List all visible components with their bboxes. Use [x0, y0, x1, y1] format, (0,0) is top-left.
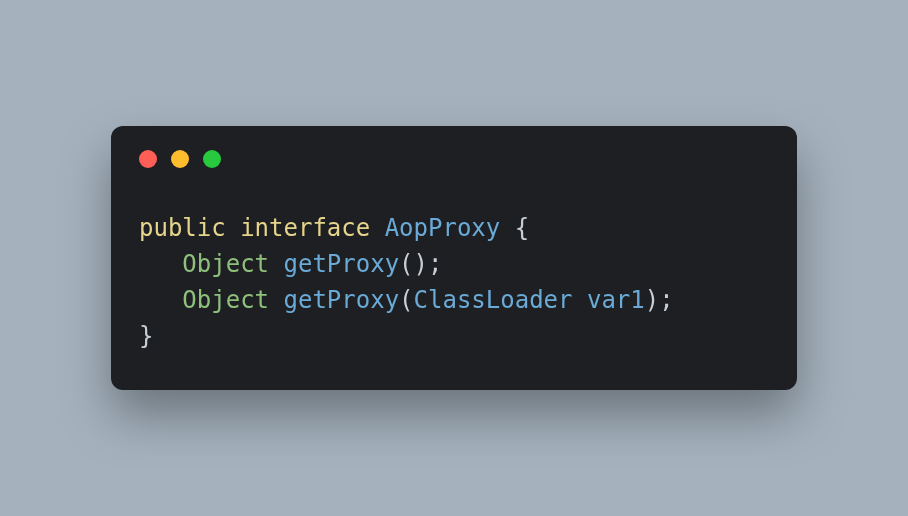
keyword-interface: interface: [240, 214, 370, 242]
paren-close: );: [645, 286, 674, 314]
paren-open: (: [399, 286, 413, 314]
code-window: public interface AopProxy { Object getPr…: [111, 126, 797, 390]
indent: [139, 286, 182, 314]
return-type: Object: [182, 250, 269, 278]
method-name: getProxy: [284, 250, 400, 278]
close-icon: [139, 150, 157, 168]
parens: ();: [399, 250, 442, 278]
brace-open: {: [500, 214, 529, 242]
param-name: var1: [587, 286, 645, 314]
traffic-lights: [111, 150, 797, 168]
brace-close: }: [139, 322, 153, 350]
param-type: ClassLoader: [414, 286, 573, 314]
maximize-icon: [203, 150, 221, 168]
keyword-public: public: [139, 214, 226, 242]
indent: [139, 250, 182, 278]
code-block: public interface AopProxy { Object getPr…: [111, 210, 797, 354]
return-type: Object: [182, 286, 269, 314]
type-aopproxy: AopProxy: [385, 214, 501, 242]
minimize-icon: [171, 150, 189, 168]
method-name: getProxy: [284, 286, 400, 314]
